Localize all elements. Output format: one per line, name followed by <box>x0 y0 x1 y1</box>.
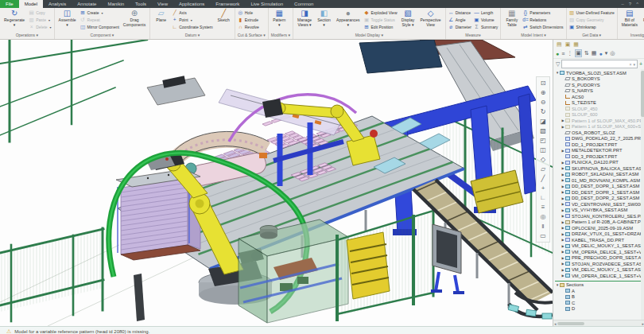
distance-button[interactable]: ↔Distance <box>448 10 471 16</box>
tree-item[interactable]: ▶VS_VYHYBKA_SEST.ASM <box>555 208 644 214</box>
minimize-ribbon-icon[interactable]: – <box>621 2 623 6</box>
scrollbar-thumb[interactable] <box>557 322 584 325</box>
cyan-tray[interactable] <box>526 309 537 317</box>
shrinkwrap-button[interactable]: ▣Shrinkwrap <box>569 24 615 30</box>
add-filter-icon[interactable]: + <box>639 61 642 67</box>
folder-browser-icon[interactable]: ▣ <box>565 41 571 48</box>
highlight-geometry-icon[interactable]: ▣ <box>575 49 582 57</box>
tree-item[interactable]: ▶VM_OPERA_DELICE_1_SEST+VM_OPERA_... <box>555 273 644 279</box>
assemble-button[interactable]: ◫Assemble▾ <box>57 9 78 32</box>
parameters-button[interactable]: {}Parameters <box>522 10 563 16</box>
copy-button[interactable]: ▤Copy <box>29 10 51 16</box>
drag-components-button[interactable]: ⊕DragComponents <box>122 9 147 32</box>
annotation-display-icon[interactable]: ≡ <box>537 203 549 212</box>
edit-position-button[interactable]: ⊞Edit Position <box>364 24 398 30</box>
control-enclosure[interactable] <box>239 219 348 323</box>
tree-item[interactable]: C <box>555 300 644 306</box>
help-icon[interactable]: ? <box>629 2 631 6</box>
relations-button[interactable]: d=Relations <box>522 17 563 23</box>
tree-item[interactable]: ▶OPLOCENI_2025-09-19.ASM <box>555 225 644 231</box>
tree-filters-icon[interactable]: ⇅ <box>584 50 589 56</box>
tree-item[interactable]: ▶Pattern 1 of R-20B_A-CABINET.PRT <box>555 219 644 226</box>
sketch-button[interactable]: ╱Sketch <box>215 9 232 32</box>
saved-orientations-icon[interactable]: ◰ <box>537 136 549 145</box>
pause-icon[interactable]: ‖ <box>537 222 549 231</box>
clear-search-icon[interactable]: × <box>629 62 631 67</box>
datum-plane-display-icon[interactable]: ▱ <box>537 165 549 173</box>
bill-of-materials-button[interactable]: ▤Bill ofMaterials <box>620 9 639 32</box>
tree-item[interactable]: ▶STOJAN_ROZVADECE_SEST.ASM <box>555 261 644 267</box>
extrude-button[interactable]: ▮Extrude <box>238 17 259 23</box>
tree-item[interactable]: ▶VM_DELIC_MOUKY_1_SEST.ASM <box>555 243 644 250</box>
tree-item[interactable]: ▶METALDETEKTOR.PRT <box>555 148 644 154</box>
model-tree-tab-icon[interactable]: ▤ <box>557 41 562 48</box>
perspective-icon[interactable]: ◇ <box>537 155 549 164</box>
group-label-2[interactable]: Datum ▾ <box>153 32 232 39</box>
tab-view[interactable]: View <box>152 0 173 8</box>
group-label-1[interactable]: Component ▾ <box>57 32 148 39</box>
tree-item[interactable]: DD_1_PROJEKT.PRT <box>555 142 644 148</box>
section-button[interactable]: ◧Section▾ <box>316 9 332 32</box>
tree-search-input[interactable] <box>564 62 627 67</box>
tree-item[interactable]: ▶Pattern 1 of SLOUP_MAX_600+SLOUP_H... <box>555 124 644 130</box>
length-button[interactable]: —Length <box>474 10 498 16</box>
tree-item[interactable]: DD_3_PROJEKT.PRT <box>555 153 644 160</box>
tree-item[interactable]: ▶PLNICKA_DA120.PRT <box>555 160 644 166</box>
switch-dimensions-button[interactable]: ⇄Switch Dimensions <box>522 24 563 30</box>
tab-live-simulation[interactable]: Live Simulation <box>245 0 289 8</box>
tree-item[interactable]: ▶DRZAK_VTUX_01_SEST+DRZAK_VTUX_SES... <box>555 231 644 238</box>
scroll-left-icon[interactable]: ◂ <box>554 321 557 326</box>
tree-item[interactable]: SLOUP_600 <box>555 112 644 118</box>
tree-item[interactable]: ▶VM_OPERA_DELICE_1_SEST+VM_OPERA_... <box>555 249 644 255</box>
plane-button[interactable]: ▱Plane <box>153 9 169 32</box>
tree-item[interactable]: ▶DD_DEST_DOPR_2_SEST.ASM <box>555 196 644 202</box>
tab-file[interactable]: File <box>0 0 19 8</box>
tree-item[interactable]: ▶ROBOT_SKLADANI_SEST.ASM <box>555 172 644 178</box>
perspective-view-button[interactable]: ◇PerspectiveView <box>419 9 443 32</box>
cyan-tray[interactable] <box>542 313 552 319</box>
tree-item[interactable]: B <box>555 294 644 301</box>
regenerate-button[interactable]: ↻Regenerate▾ <box>2 9 26 32</box>
repaint-icon[interactable]: ↻ <box>537 107 549 116</box>
spin-center-icon[interactable]: ◎ <box>537 212 549 221</box>
tab-annotate[interactable]: Annotate <box>72 0 102 8</box>
group-label-5[interactable]: Model Display ▾ <box>296 32 443 39</box>
tree-detail-icon[interactable]: ⋮ <box>567 50 572 56</box>
blue-panel[interactable] <box>359 40 442 73</box>
create-button[interactable]: ⊞Create▾ <box>80 10 119 16</box>
appearances-button[interactable]: ●Appearances▾ <box>335 9 361 32</box>
family-table-button[interactable]: ▦FamilyTable <box>503 9 520 32</box>
tab-model[interactable]: Model <box>19 0 43 8</box>
angle-button[interactable]: ∠Angle <box>448 17 471 23</box>
group-label-6[interactable]: Measure <box>448 32 499 39</box>
delete-button[interactable]: ×Delete▾ <box>29 24 51 30</box>
display-style-button[interactable]: ▧DisplayStyle ▾ <box>400 9 417 32</box>
tree-item[interactable]: OSA_ROBOT_SLOZ <box>555 130 644 136</box>
tree-item[interactable]: S_NARYS <box>555 88 644 95</box>
collapse-icon[interactable]: ^ <box>636 2 638 6</box>
tree-item[interactable]: ▼Sections <box>555 282 644 289</box>
volume-button[interactable]: ▣Volume <box>474 17 498 23</box>
summary-button[interactable]: ΣSummary <box>474 24 498 30</box>
view-manager-icon[interactable]: ◫ <box>537 146 549 154</box>
user-defined-feature-button[interactable]: ▥User-Defined Feature <box>569 10 615 16</box>
tree-item[interactable]: D <box>555 306 644 313</box>
display-style-icon[interactable]: ▧ <box>537 126 549 135</box>
tree-item[interactable]: A <box>555 288 644 294</box>
zoom-out-icon[interactable]: ⊖ <box>537 98 549 107</box>
show-icon[interactable]: ● <box>556 51 559 56</box>
coordinate-system-button[interactable]: ∟Coordinate System <box>172 24 213 30</box>
diameter-button[interactable]: ⌀Diameter <box>448 24 471 30</box>
csys-display-icon[interactable]: ∟ <box>537 193 549 202</box>
group-label-3[interactable]: Cut & Surface ▾ <box>238 32 266 39</box>
tree-item[interactable]: DWG_PODKLAD_22_7_2025.PRT <box>555 136 644 142</box>
tab-tools[interactable]: Tools <box>130 0 152 8</box>
point-display-icon[interactable]: + <box>537 184 549 192</box>
tree-columns-icon[interactable]: ≡ <box>561 51 564 56</box>
point-button[interactable]: +Point▾ <box>172 17 213 23</box>
tab-manikin[interactable]: Manikin <box>102 0 130 8</box>
copy-geometry-button[interactable]: ▨Copy Geometry <box>569 17 615 23</box>
tab-analysis[interactable]: Analysis <box>43 0 72 8</box>
toggle-status-button[interactable]: ▣Toggle Status <box>364 17 398 23</box>
exploded-view-button[interactable]: ◆Exploded View <box>364 10 398 16</box>
